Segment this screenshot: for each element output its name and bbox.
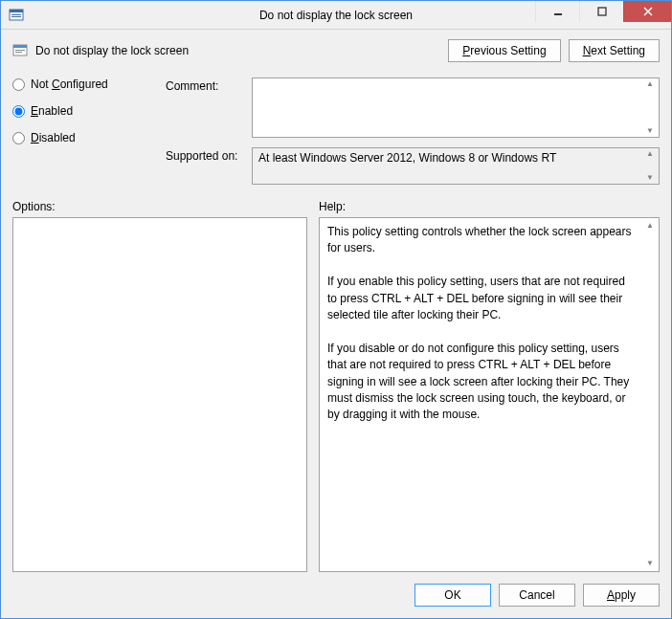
scroll-up-icon[interactable]: ▲ [643, 222, 657, 230]
fields-column: Comment: ▲ ▼ Supported on: ▲ ▼ [166, 77, 660, 185]
radio-not-configured[interactable]: Not Configured [12, 77, 146, 91]
next-setting-button[interactable]: Next Setting [569, 39, 660, 62]
supported-textarea [253, 148, 659, 181]
panels-row: This policy setting controls whether the… [12, 217, 660, 572]
options-panel [12, 217, 307, 572]
help-paragraph: This policy setting controls whether the… [327, 224, 636, 257]
app-icon [9, 8, 24, 23]
scroll-down-icon[interactable]: ▼ [643, 560, 657, 567]
titlebar[interactable]: Do not display the lock screen [1, 1, 671, 30]
supported-label: Supported on: [166, 147, 252, 185]
help-paragraph: If you enable this policy setting, users… [327, 274, 636, 323]
header-row: Do not display the lock screen Previous … [12, 39, 660, 62]
radio-disabled[interactable]: Disabled [12, 131, 146, 144]
scroll-down-icon[interactable]: ▼ [643, 174, 657, 182]
btn-text: revious Setting [470, 44, 546, 57]
supported-box-wrap: ▲ ▼ [252, 147, 660, 185]
dialog-content: Do not display the lock screen Previous … [1, 30, 671, 618]
options-label: Options: [12, 200, 307, 213]
dialog-window: Do not display the lock screen [0, 0, 672, 619]
svg-rect-3 [11, 16, 21, 17]
scroll-arrows: ▲ ▼ [643, 222, 657, 567]
radio-not-configured-input[interactable] [12, 78, 25, 91]
panels-labels: Options: Help: [12, 200, 660, 213]
window-controls [535, 1, 671, 29]
scroll-up-icon[interactable]: ▲ [643, 80, 657, 88]
radio-enabled[interactable]: Enabled [12, 104, 146, 118]
cancel-button[interactable]: Cancel [499, 584, 575, 607]
svg-rect-1 [10, 10, 23, 12]
help-label: Help: [319, 200, 346, 213]
close-button[interactable] [623, 1, 671, 22]
comment-box-wrap: ▲ ▼ [252, 77, 660, 138]
radio-label: Disabled [31, 131, 76, 144]
svg-rect-10 [15, 50, 25, 51]
svg-rect-5 [598, 8, 606, 15]
policy-icon [12, 43, 28, 58]
svg-rect-11 [15, 52, 22, 53]
svg-rect-2 [11, 14, 21, 15]
scroll-up-icon[interactable]: ▲ [643, 150, 657, 158]
scroll-arrows: ▲ ▼ [643, 150, 657, 182]
scroll-arrows: ▲ ▼ [643, 80, 657, 135]
svg-rect-9 [13, 45, 27, 48]
comment-label: Comment: [166, 77, 252, 138]
radio-enabled-input[interactable] [12, 105, 25, 118]
ok-button[interactable]: OK [414, 584, 491, 607]
comment-textarea[interactable] [253, 78, 659, 134]
svg-rect-4 [554, 13, 562, 15]
apply-button[interactable]: Apply [583, 584, 660, 607]
help-paragraph: If you disable or do not configure this … [327, 341, 636, 424]
previous-setting-button[interactable]: Previous Setting [448, 39, 560, 62]
radio-label: Enabled [31, 104, 73, 118]
maximize-button[interactable] [579, 1, 623, 22]
policy-name: Do not display the lock screen [35, 44, 189, 57]
state-radio-group: Not Configured Enabled Disabled [12, 77, 146, 185]
config-row: Not Configured Enabled Disabled Comment:… [12, 77, 660, 185]
btn-text: pply [615, 588, 636, 602]
minimize-button[interactable] [535, 1, 579, 22]
help-panel: This policy setting controls whether the… [319, 217, 660, 572]
scroll-down-icon[interactable]: ▼ [643, 127, 657, 135]
btn-text: ext Setting [591, 44, 645, 57]
radio-label: Not Configured [31, 77, 108, 91]
dialog-footer: OK Cancel Apply [12, 584, 660, 607]
radio-disabled-input[interactable] [12, 132, 25, 144]
